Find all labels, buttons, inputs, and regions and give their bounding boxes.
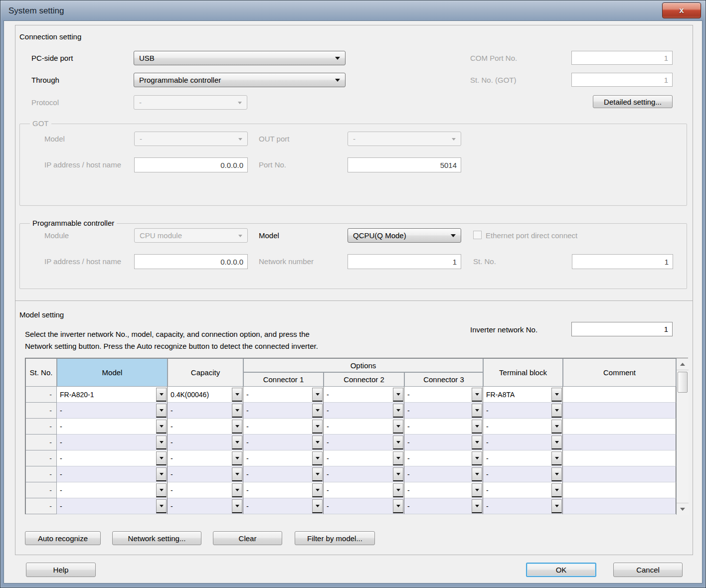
- cell-dropdown-button[interactable]: [312, 467, 323, 481]
- cell-dropdown-button[interactable]: [156, 451, 167, 465]
- cell-comment[interactable]: [563, 482, 676, 498]
- cell-dropdown-button[interactable]: [551, 483, 562, 497]
- cell-comment[interactable]: [563, 387, 676, 403]
- cell-dropdown-button[interactable]: [232, 388, 242, 402]
- cell-dropdown-button[interactable]: [393, 404, 403, 418]
- chevron-down-icon: [235, 457, 239, 459]
- cell-dropdown-button[interactable]: [312, 404, 323, 418]
- scroll-down-button[interactable]: [677, 503, 689, 515]
- through-select[interactable]: Programmable controller: [134, 73, 346, 87]
- cell-dropdown-button[interactable]: [472, 467, 482, 481]
- cell-dropdown-button[interactable]: [551, 420, 562, 434]
- scroll-down-icon: [680, 508, 685, 511]
- cell-dropdown-button[interactable]: [232, 436, 242, 449]
- cell-dropdown-button[interactable]: [232, 451, 242, 465]
- header-st-no[interactable]: St. No.: [25, 358, 57, 387]
- cell-connector3: -: [404, 466, 483, 482]
- dialog-body: Connection setting PC-side port USB Thro…: [3, 20, 703, 584]
- chevron-down-icon: [396, 505, 400, 507]
- pc-side-port-select[interactable]: USB: [134, 51, 346, 65]
- filter-by-model-button[interactable]: Filter by model...: [295, 531, 375, 545]
- table-scrollbar[interactable]: [676, 358, 689, 515]
- cell-dropdown-button[interactable]: [232, 483, 242, 497]
- chevron-down-icon: [235, 505, 239, 507]
- cell-comment[interactable]: [563, 498, 676, 514]
- detailed-setting-button[interactable]: Detailed setting...: [593, 95, 673, 108]
- header-terminal-block[interactable]: Terminal block: [483, 358, 563, 387]
- cell-dropdown-button[interactable]: [472, 404, 482, 418]
- cell-dropdown-button[interactable]: [156, 436, 167, 449]
- auto-recognize-button[interactable]: Auto recognize: [25, 531, 101, 545]
- cell-dropdown-button[interactable]: [312, 388, 323, 402]
- cell-dropdown-button[interactable]: [393, 451, 403, 465]
- cell-dropdown-button[interactable]: [472, 420, 482, 434]
- header-model[interactable]: Model: [57, 358, 168, 387]
- cell-dropdown-button[interactable]: [393, 420, 403, 434]
- cell-dropdown-button[interactable]: [551, 451, 562, 465]
- cell-dropdown-button[interactable]: [156, 467, 167, 481]
- cell-dropdown-button[interactable]: [312, 451, 323, 465]
- cell-dropdown-button[interactable]: [393, 467, 403, 481]
- through-label: Through: [31, 76, 59, 85]
- cell-dropdown-button[interactable]: [472, 499, 482, 513]
- cell-dropdown-button[interactable]: [156, 483, 167, 497]
- cell-dropdown-button[interactable]: [551, 499, 562, 513]
- cell-dropdown-button[interactable]: [472, 436, 482, 449]
- cell-dropdown-button[interactable]: [393, 499, 403, 513]
- cancel-button[interactable]: Cancel: [613, 563, 683, 577]
- cell-dropdown-button[interactable]: [156, 404, 167, 418]
- network-setting-button[interactable]: Network setting...: [112, 531, 201, 545]
- cell-dropdown-button[interactable]: [551, 436, 562, 449]
- header-comment[interactable]: Comment: [563, 358, 676, 387]
- cell-connector2: -: [324, 450, 404, 466]
- cell-comment[interactable]: [563, 403, 676, 419]
- got-group-legend: GOT: [30, 119, 51, 128]
- cell-dropdown-button[interactable]: [156, 388, 167, 402]
- cell-dropdown-button[interactable]: [312, 436, 323, 449]
- header-options[interactable]: Options: [243, 358, 483, 372]
- scroll-up-button[interactable]: [677, 358, 689, 370]
- cell-comment[interactable]: [563, 435, 676, 450]
- cell-dropdown-button[interactable]: [472, 388, 482, 402]
- cell-st-no: -: [25, 387, 57, 403]
- help-button[interactable]: Help: [26, 563, 96, 577]
- chevron-down-icon: [316, 393, 320, 396]
- cell-dropdown-button[interactable]: [232, 499, 242, 513]
- plc-model-select[interactable]: QCPU(Q Mode): [348, 228, 461, 243]
- cell-comment[interactable]: [563, 419, 676, 435]
- header-connector3[interactable]: Connector 3: [404, 372, 483, 387]
- chevron-down-icon: [335, 79, 340, 82]
- cell-dropdown-button[interactable]: [232, 420, 242, 434]
- cell-dropdown-button[interactable]: [551, 388, 562, 402]
- cell-dropdown-button[interactable]: [312, 499, 323, 513]
- cell-dropdown-button[interactable]: [393, 436, 403, 449]
- cell-dropdown-button[interactable]: [312, 483, 323, 497]
- chevron-down-icon: [555, 441, 559, 443]
- cell-dropdown-button[interactable]: [393, 388, 403, 402]
- cell-dropdown-button[interactable]: [156, 499, 167, 513]
- cell-dropdown-button[interactable]: [232, 404, 242, 418]
- cell-dropdown-button[interactable]: [156, 420, 167, 434]
- cell-comment[interactable]: [563, 450, 676, 466]
- chevron-down-icon: [316, 409, 320, 412]
- cell-dropdown-button[interactable]: [312, 420, 323, 434]
- got-out-port-select: -: [348, 132, 461, 146]
- cell-dropdown-button[interactable]: [472, 483, 482, 497]
- clear-button[interactable]: Clear: [213, 531, 282, 545]
- ok-button[interactable]: OK: [526, 563, 596, 577]
- cell-dropdown-button[interactable]: [551, 404, 562, 418]
- cell-dropdown-button[interactable]: [393, 483, 403, 497]
- cell-connector2: -: [324, 498, 404, 514]
- inverter-network-no-input[interactable]: 1: [571, 322, 673, 336]
- title-bar[interactable]: System setting x: [0, 0, 706, 20]
- cell-dropdown-button[interactable]: [232, 467, 242, 481]
- header-capacity[interactable]: Capacity: [168, 358, 243, 387]
- header-connector1[interactable]: Connector 1: [243, 372, 324, 387]
- scrollbar-thumb[interactable]: [678, 372, 688, 393]
- cell-comment[interactable]: [563, 466, 676, 482]
- cell-dropdown-button[interactable]: [472, 451, 482, 465]
- close-button[interactable]: x: [662, 2, 701, 18]
- header-connector2[interactable]: Connector 2: [324, 372, 404, 387]
- cell-dropdown-button[interactable]: [551, 467, 562, 481]
- cell-st-no: -: [25, 482, 57, 498]
